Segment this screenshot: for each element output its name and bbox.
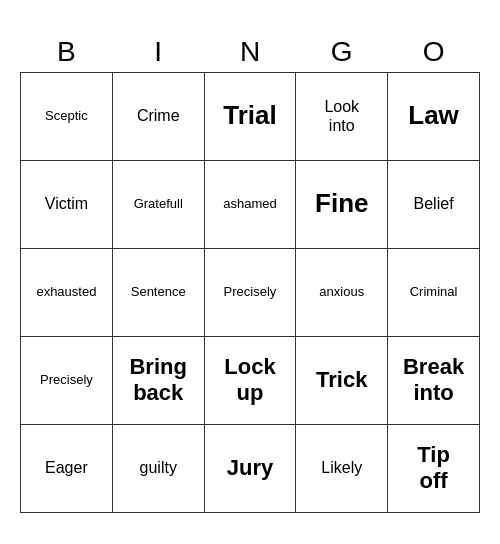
bingo-row-4: EagerguiltyJuryLikelyTipoff [21,424,480,512]
bingo-cell-4-0: Eager [21,424,113,512]
cell-text-3-0: Precisely [25,372,108,388]
bingo-cell-3-2: Lockup [204,336,296,424]
bingo-row-3: PreciselyBringbackLockupTrickBreakinto [21,336,480,424]
bingo-cell-3-4: Breakinto [388,336,480,424]
bingo-cell-3-0: Precisely [21,336,113,424]
cell-text-0-4: Law [392,100,475,131]
cell-text-0-1: Crime [117,106,200,125]
bingo-cell-4-4: Tipoff [388,424,480,512]
cell-text-3-1: Bringback [117,354,200,407]
cell-text-1-0: Victim [25,194,108,213]
cell-text-2-4: Criminal [392,284,475,300]
header-letter-b: B [21,32,113,73]
header-letter-n: N [204,32,296,73]
cell-text-4-3: Likely [300,458,383,477]
bingo-cell-2-1: Sentence [112,248,204,336]
bingo-cell-3-3: Trick [296,336,388,424]
bingo-cell-2-3: anxious [296,248,388,336]
cell-text-4-0: Eager [25,458,108,477]
cell-text-2-2: Precisely [209,284,292,300]
header-letter-g: G [296,32,388,73]
cell-text-1-3: Fine [300,188,383,219]
cell-text-1-2: ashamed [209,196,292,212]
bingo-cell-4-3: Likely [296,424,388,512]
cell-text-2-3: anxious [300,284,383,300]
bingo-cell-1-1: Gratefull [112,160,204,248]
bingo-header: BINGO [21,32,480,73]
cell-text-4-4: Tipoff [392,442,475,495]
bingo-cell-4-1: guilty [112,424,204,512]
cell-text-3-3: Trick [300,367,383,393]
bingo-cell-1-4: Belief [388,160,480,248]
bingo-cell-4-2: Jury [204,424,296,512]
bingo-cell-3-1: Bringback [112,336,204,424]
cell-text-0-0: Sceptic [25,108,108,124]
cell-text-0-3: Lookinto [300,97,383,135]
bingo-cell-0-4: Law [388,72,480,160]
bingo-cell-2-2: Precisely [204,248,296,336]
bingo-row-1: VictimGratefullashamedFineBelief [21,160,480,248]
cell-text-1-1: Gratefull [117,196,200,212]
bingo-cell-0-0: Sceptic [21,72,113,160]
bingo-cell-1-0: Victim [21,160,113,248]
bingo-cell-2-0: exhausted [21,248,113,336]
bingo-cell-0-2: Trial [204,72,296,160]
bingo-cell-0-3: Lookinto [296,72,388,160]
cell-text-2-0: exhausted [25,284,108,300]
bingo-row-0: ScepticCrimeTrialLookintoLaw [21,72,480,160]
header-letter-i: I [112,32,204,73]
bingo-card: BINGO ScepticCrimeTrialLookintoLawVictim… [20,32,480,513]
cell-text-3-2: Lockup [209,354,292,407]
cell-text-4-2: Jury [209,455,292,481]
cell-text-4-1: guilty [117,458,200,477]
bingo-cell-1-3: Fine [296,160,388,248]
cell-text-1-4: Belief [392,194,475,213]
bingo-row-2: exhaustedSentencePreciselyanxiousCrimina… [21,248,480,336]
cell-text-2-1: Sentence [117,284,200,300]
bingo-cell-1-2: ashamed [204,160,296,248]
bingo-cell-2-4: Criminal [388,248,480,336]
cell-text-0-2: Trial [209,100,292,131]
header-letter-o: O [388,32,480,73]
cell-text-3-4: Breakinto [392,354,475,407]
bingo-cell-0-1: Crime [112,72,204,160]
